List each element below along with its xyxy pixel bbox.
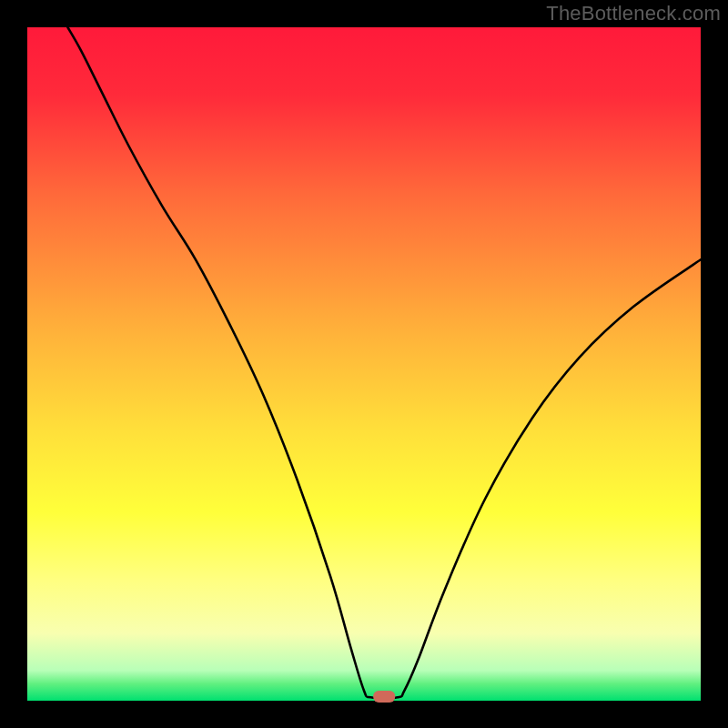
plot-background bbox=[27, 27, 701, 701]
chart-frame: TheBottleneck.com bbox=[0, 0, 728, 728]
bottleneck-chart bbox=[0, 0, 728, 728]
watermark-text: TheBottleneck.com bbox=[546, 2, 721, 25]
optimal-marker bbox=[373, 691, 395, 703]
